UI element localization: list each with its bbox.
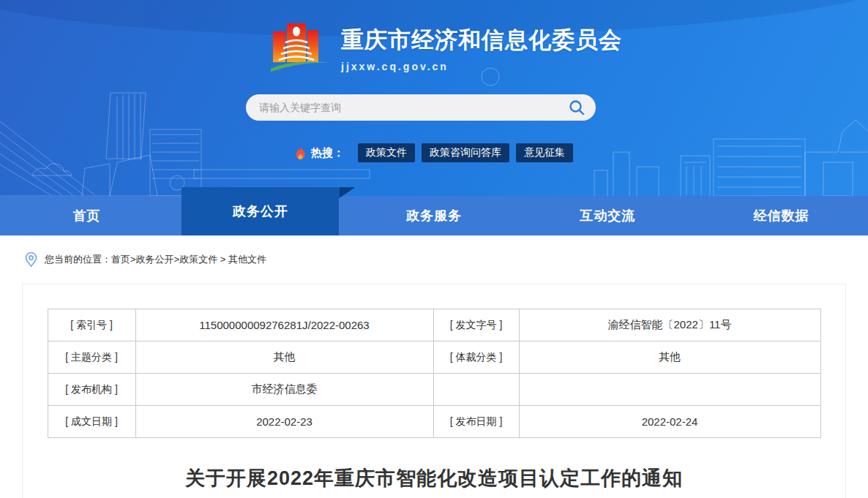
hot-tag-policy-files[interactable]: 政策文件 <box>358 143 415 162</box>
hot-tag-opinion-collection[interactable]: 意见征集 <box>516 143 573 162</box>
table-row: [ 索引号 ] 11500000009276281J/2022-00263 [ … <box>48 309 820 342</box>
main-nav: 首页 政务公开 政务服务 互动交流 经信数据 <box>0 196 868 235</box>
nav-item-home[interactable]: 首页 <box>0 196 173 235</box>
breadcrumb: 您当前的位置： 首页>政务公开>政策文件 > 其他文件 <box>0 235 868 284</box>
meta-label-written-date: [ 成文日期 ] <box>48 406 135 438</box>
search-button[interactable] <box>568 99 585 116</box>
meta-label-issuing-agency: [ 发布机构 ] <box>48 374 135 406</box>
site-title-block: 重庆市经济和信息化委员会 jjxxw.cq.gov.cn <box>341 20 622 72</box>
nav-item-data[interactable]: 经信数据 <box>695 196 868 235</box>
search-box <box>246 94 596 121</box>
meta-value-index-no: 11500000009276281J/2022-00263 <box>135 309 433 342</box>
hot-search-row: 热搜： 政策文件 政策咨询问答库 意见征集 <box>0 143 868 162</box>
meta-label-publish-date: [ 发布日期 ] <box>433 406 519 438</box>
table-row: [ 主题分类 ] 其他 [ 体裁分类 ] 其他 <box>48 342 820 374</box>
nav-item-gov-services[interactable]: 政务服务 <box>347 196 520 235</box>
meta-value-publish-date: 2022-02-24 <box>519 406 820 438</box>
document-title: 关于开展2022年重庆市智能化改造项目认定工作的通知 <box>23 465 845 491</box>
site-url: jjxxw.cq.gov.cn <box>341 61 622 72</box>
meta-value-topic-category: 其他 <box>135 342 433 374</box>
hot-search-label: 热搜： <box>311 146 344 160</box>
table-row: [ 发布机构 ] 市经济信息委 <box>48 374 820 406</box>
search-input[interactable] <box>259 102 568 113</box>
site-name[interactable]: 重庆市经济和信息化委员会 <box>341 25 622 56</box>
meta-value-empty <box>519 374 820 406</box>
meta-value-written-date: 2022-02-23 <box>135 406 433 438</box>
meta-value-issuing-agency: 市经济信息委 <box>135 374 433 406</box>
site-banner: 重庆市经济和信息化委员会 jjxxw.cq.gov.cn 热搜： 政策文件 政策… <box>0 0 868 235</box>
banner-cityscape-art <box>0 53 868 199</box>
site-logo-icon[interactable] <box>269 20 332 73</box>
meta-label-doc-no: [ 发文字号 ] <box>433 309 519 342</box>
location-pin-icon <box>24 252 38 268</box>
breadcrumb-path[interactable]: 首页>政务公开>政策文件 > 其他文件 <box>111 253 266 266</box>
flame-icon <box>295 146 306 160</box>
hot-search-label-wrap: 热搜： <box>295 146 344 160</box>
meta-value-genre-category: 其他 <box>519 342 820 374</box>
meta-label-topic-category: [ 主题分类 ] <box>48 342 135 374</box>
breadcrumb-prefix: 您当前的位置： <box>45 253 111 266</box>
document-card: [ 索引号 ] 11500000009276281J/2022-00263 [ … <box>22 284 846 498</box>
meta-label-index-no: [ 索引号 ] <box>48 309 135 342</box>
nav-item-gov-info-label: 政务公开 <box>233 203 288 220</box>
nav-item-interaction-label: 互动交流 <box>580 207 635 225</box>
nav-item-gov-info[interactable]: 政务公开 <box>173 196 347 235</box>
site-header: 重庆市经济和信息化委员会 jjxxw.cq.gov.cn <box>269 20 622 73</box>
hot-tag-policy-qa[interactable]: 政策咨询问答库 <box>422 143 509 162</box>
document-meta-table: [ 索引号 ] 11500000009276281J/2022-00263 [ … <box>48 309 821 438</box>
nav-item-gov-services-label: 政务服务 <box>406 207 462 225</box>
nav-item-interaction[interactable]: 互动交流 <box>521 196 695 235</box>
meta-value-doc-no: 渝经信智能〔2022〕11号 <box>519 309 820 342</box>
nav-item-data-label: 经信数据 <box>753 207 809 225</box>
meta-label-empty <box>433 374 519 406</box>
meta-label-genre-category: [ 体裁分类 ] <box>433 342 519 374</box>
table-row: [ 成文日期 ] 2022-02-23 [ 发布日期 ] 2022-02-24 <box>48 406 820 438</box>
search-icon <box>569 99 585 116</box>
nav-item-home-label: 首页 <box>73 207 101 225</box>
